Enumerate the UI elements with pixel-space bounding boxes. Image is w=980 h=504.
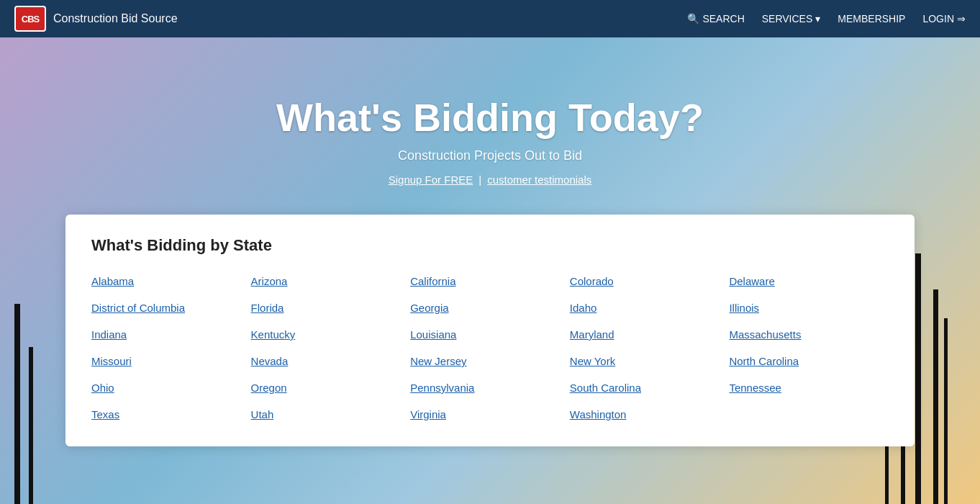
state-link[interactable]: Illinois	[729, 302, 889, 314]
state-link[interactable]: Ohio	[91, 382, 251, 394]
state-link[interactable]: New Jersey	[410, 355, 570, 367]
state-link[interactable]: Washington	[570, 408, 730, 420]
state-link[interactable]: Massachusetts	[729, 328, 889, 341]
state-link[interactable]: Florida	[251, 302, 411, 314]
signup-link[interactable]: Signup For FREE	[389, 174, 473, 186]
hero-content: What's Bidding Today? Construction Proje…	[276, 37, 704, 186]
state-link[interactable]: Indiana	[91, 328, 251, 341]
svg-rect-1	[933, 289, 938, 504]
card-title: What's Bidding by State	[91, 236, 889, 255]
services-link[interactable]: SERVICES ▾	[762, 13, 821, 24]
state-link[interactable]: Colorado	[570, 275, 730, 287]
login-link[interactable]: LOGIN ⇒	[922, 13, 966, 24]
login-arrow-icon: ⇒	[957, 13, 966, 24]
state-link[interactable]: Tennessee	[729, 382, 889, 394]
state-link[interactable]: North Carolina	[729, 355, 889, 367]
state-link[interactable]: Idaho	[570, 302, 730, 314]
chevron-down-icon: ▾	[815, 13, 820, 24]
state-link[interactable]: Nevada	[251, 355, 411, 367]
state-link[interactable]: Arizona	[251, 275, 411, 287]
state-grid: AlabamaArizonaCaliforniaColoradoDelaware…	[91, 275, 889, 420]
hero-divider: |	[478, 174, 481, 186]
state-link[interactable]: Alabama	[91, 275, 251, 287]
hero-links: Signup For FREE | customer testimonials	[276, 174, 704, 186]
state-link[interactable]: New York	[570, 355, 730, 367]
nav-logo[interactable]: CBS Construction Bid Source	[14, 6, 178, 32]
search-link[interactable]: 🔍 SEARCH	[687, 13, 744, 24]
nav-links: 🔍 SEARCH SERVICES ▾ MEMBERSHIP LOGIN ⇒	[687, 13, 966, 24]
state-link[interactable]	[729, 408, 889, 420]
testimonials-link[interactable]: customer testimonials	[487, 174, 591, 186]
hero-subtitle: Construction Projects Out to Bid	[276, 148, 704, 163]
svg-rect-0	[915, 253, 921, 504]
logo-icon: CBS	[14, 6, 46, 32]
card-container: What's Bidding by State AlabamaArizonaCa…	[65, 215, 915, 446]
hero-title: What's Bidding Today?	[276, 95, 704, 140]
state-link[interactable]: Texas	[91, 408, 251, 420]
state-link[interactable]: Virginia	[410, 408, 570, 420]
state-link[interactable]: Georgia	[410, 302, 570, 314]
state-link[interactable]: Louisiana	[410, 328, 570, 341]
hero-section: What's Bidding Today? Construction Proje…	[0, 37, 980, 504]
state-link[interactable]: Pennsylvania	[410, 382, 570, 394]
site-name: Construction Bid Source	[53, 12, 178, 25]
state-link[interactable]: California	[410, 275, 570, 287]
state-link[interactable]: Delaware	[729, 275, 889, 287]
states-card: What's Bidding by State AlabamaArizonaCa…	[65, 215, 915, 446]
navbar: CBS Construction Bid Source 🔍 SEARCH SER…	[0, 0, 980, 37]
svg-rect-6	[29, 347, 33, 504]
state-link[interactable]: Utah	[251, 408, 411, 420]
state-link[interactable]: District of Columbia	[91, 302, 251, 314]
state-link[interactable]: South Carolina	[570, 382, 730, 394]
search-icon: 🔍	[687, 13, 699, 24]
state-link[interactable]: Maryland	[570, 328, 730, 341]
crane-left-icon	[0, 289, 58, 504]
state-link[interactable]: Oregon	[251, 382, 411, 394]
svg-rect-3	[944, 318, 948, 504]
state-link[interactable]: Missouri	[91, 355, 251, 367]
state-link[interactable]: Kentucky	[251, 328, 411, 341]
membership-link[interactable]: MEMBERSHIP	[838, 13, 905, 24]
svg-rect-5	[14, 304, 20, 504]
